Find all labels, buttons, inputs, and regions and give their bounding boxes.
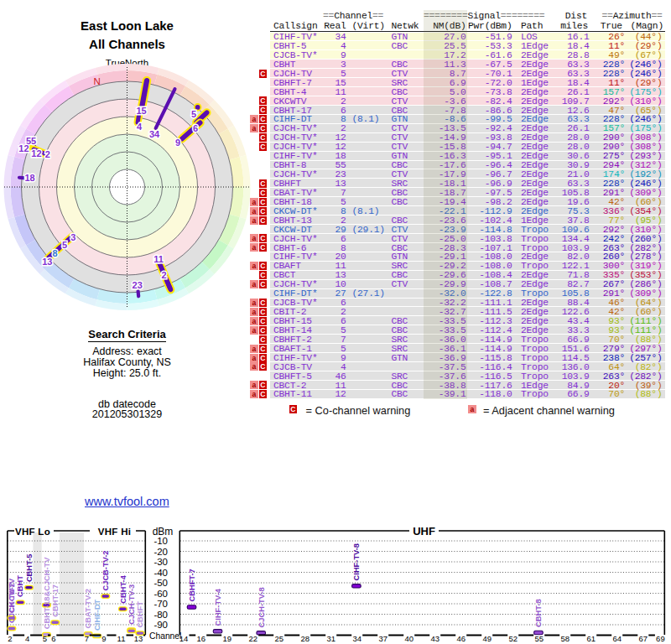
svg-text:6: 6 — [51, 634, 55, 643]
svg-text:52: 52 — [508, 634, 518, 643]
svg-text:37: 37 — [378, 634, 388, 643]
svg-text:VHF Hi: VHF Hi — [98, 527, 132, 537]
svg-text:-30: -30 — [153, 557, 168, 567]
svg-text:28: 28 — [300, 634, 309, 643]
svg-text:55: 55 — [534, 634, 544, 643]
svg-text:CBHT: CBHT — [17, 575, 25, 597]
svg-text:43: 43 — [430, 634, 440, 643]
svg-text:13: 13 — [134, 634, 143, 643]
svg-text:CJCH-TV-8: CJCH-TV-8 — [257, 587, 266, 627]
svg-text:-50: -50 — [153, 578, 168, 588]
svg-text:11: 11 — [117, 634, 126, 643]
svg-text:CIHF-TV-4: CIHF-TV-4 — [214, 588, 222, 626]
svg-text:-70: -70 — [153, 599, 168, 609]
svg-text:9: 9 — [101, 634, 106, 643]
svg-text:-20: -20 — [153, 547, 168, 557]
svg-text:Channel: Channel — [149, 631, 181, 641]
svg-text:2: 2 — [8, 634, 12, 643]
svg-text:31: 31 — [326, 634, 336, 643]
svg-text:CIHF-TV-8: CIHF-TV-8 — [352, 543, 361, 580]
svg-text:22: 22 — [248, 634, 257, 643]
svg-text:16: 16 — [196, 634, 205, 643]
svg-text:UHF: UHF — [413, 525, 435, 538]
svg-text:-90: -90 — [153, 620, 168, 630]
svg-text:4: 4 — [25, 634, 29, 643]
svg-text:CJCH-TV-3: CJCH-TV-3 — [127, 584, 136, 625]
svg-text:69: 69 — [656, 634, 665, 643]
svg-text:40: 40 — [404, 634, 414, 643]
svg-text:dBm: dBm — [153, 526, 174, 538]
svg-text:CBHT-17: CBHT-17 — [51, 584, 60, 617]
svg-text:CBHT-18&CJCH-TV: CBHT-18&CJCH-TV — [43, 557, 51, 630]
svg-text:49: 49 — [482, 634, 492, 643]
svg-text:CBHT-4: CBHT-4 — [119, 574, 127, 603]
svg-text:-60: -60 — [153, 589, 168, 599]
svg-text:46: 46 — [456, 634, 466, 643]
svg-text:CJCB-TV-2: CJCB-TV-2 — [101, 550, 110, 590]
svg-text:7: 7 — [85, 634, 89, 643]
svg-text:58: 58 — [560, 634, 570, 643]
svg-text:VHF Lo: VHF Lo — [15, 527, 50, 537]
svg-text:CJCH-TV-2: CJCH-TV-2 — [8, 583, 16, 623]
svg-text:CIHF-DT: CIHF-DT — [93, 599, 101, 630]
svg-text:5: 5 — [43, 634, 47, 643]
svg-text:19: 19 — [222, 634, 231, 643]
svg-text:34: 34 — [352, 634, 362, 643]
svg-text:CBHT-5: CBHT-5 — [25, 554, 34, 583]
svg-text:CBHFT-7: CBHFT-7 — [188, 569, 196, 601]
svg-text:CBHFT: CBHFT — [136, 601, 144, 628]
svg-text:-80: -80 — [153, 610, 168, 620]
svg-text:CBAT-TV-2: CBAT-TV-2 — [85, 589, 93, 628]
svg-text:67: 67 — [639, 634, 648, 643]
svg-text:CBHT-8: CBHT-8 — [534, 599, 543, 627]
svg-text:64: 64 — [613, 634, 622, 643]
svg-text:61: 61 — [586, 634, 596, 643]
svg-text:25: 25 — [274, 634, 283, 643]
svg-text:-40: -40 — [153, 568, 168, 578]
